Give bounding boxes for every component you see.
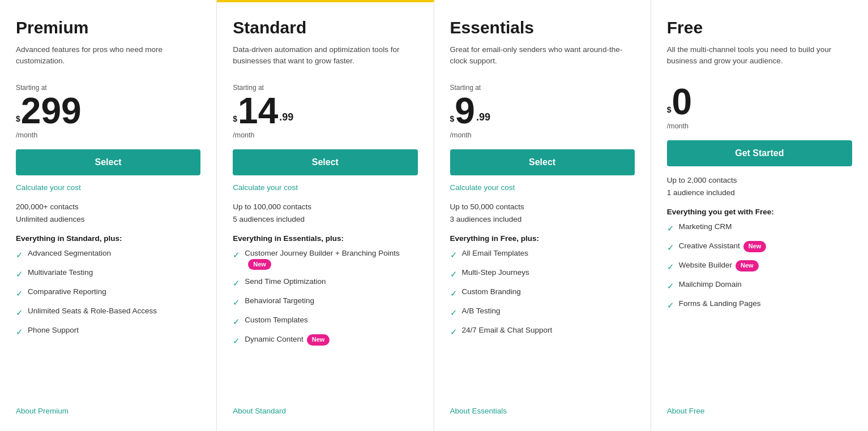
feature-item: ✓Creative AssistantNew [667, 241, 852, 253]
select-button-premium[interactable]: Select [16, 149, 200, 175]
feature-list-free: ✓Marketing CRM✓Creative AssistantNew✓Web… [667, 222, 852, 396]
new-badge: New [307, 334, 330, 345]
contacts-info-essentials: Up to 50,000 contacts3 audiences include… [450, 201, 635, 225]
feature-item: ✓Multi-Step Journeys [450, 268, 635, 280]
calc-link-essentials[interactable]: Calculate your cost [450, 183, 635, 192]
starting-at-essentials: Starting at [450, 84, 635, 92]
feature-item: ✓Mailchimp Domain [667, 279, 852, 292]
feature-text: All Email Templates [462, 248, 529, 259]
feature-item: ✓Advanced Segmentation [16, 248, 200, 261]
price-period-standard: /month [233, 131, 417, 139]
feature-item: ✓A/B Testing [450, 306, 635, 318]
feature-item: ✓Comparative Reporting [16, 287, 200, 299]
plan-name-essentials: Essentials [450, 18, 635, 37]
feature-item: ✓Custom Branding [450, 287, 635, 299]
price-row-premium: $299 [16, 93, 200, 129]
price-dollar-premium: $ [16, 114, 20, 123]
price-main-standard: 14 [238, 93, 278, 129]
feature-text: Unlimited Seats & Role-Based Access [28, 306, 157, 317]
price-dollar-essentials: $ [450, 114, 455, 123]
select-button-standard[interactable]: Select [233, 149, 417, 175]
select-button-free[interactable]: Get Started [667, 140, 852, 166]
feature-item: ✓Website BuilderNew [667, 260, 852, 273]
feature-item: ✓Customer Journey Builder + Branching Po… [233, 248, 417, 270]
calc-link-standard[interactable]: Calculate your cost [233, 183, 417, 192]
feature-text: A/B Testing [462, 306, 501, 317]
checkmark-icon: ✓ [450, 307, 457, 318]
about-link-essentials[interactable]: About Essentials [450, 407, 635, 415]
feature-text: Behavioral Targeting [245, 296, 314, 307]
feature-text: Marketing CRM [679, 222, 732, 232]
price-cents-essentials: .99 [476, 111, 490, 123]
feature-list-essentials: ✓All Email Templates✓Multi-Step Journeys… [450, 248, 635, 396]
feature-item: ✓Send Time Optimization [233, 277, 417, 289]
checkmark-icon: ✓ [667, 222, 674, 234]
feature-text: Custom Templates [245, 315, 308, 326]
plan-desc-standard: Data-driven automation and optimization … [233, 44, 417, 74]
about-link-standard[interactable]: About Standard [233, 407, 417, 415]
price-row-essentials: $9.99 [450, 93, 635, 129]
feature-text: Custom Branding [462, 287, 521, 298]
new-badge: New [743, 241, 767, 252]
checkmark-icon: ✓ [450, 287, 457, 299]
checkmark-icon: ✓ [667, 299, 674, 311]
checkmark-icon: ✓ [233, 335, 240, 347]
price-row-free: $0 [667, 84, 852, 120]
feature-item: ✓All Email Templates [450, 248, 635, 261]
feature-text: Customer Journey Builder + Branching Poi… [245, 248, 417, 270]
everything-label-premium: Everything in Standard, plus: [16, 234, 200, 243]
contacts-info-standard: Up to 100,000 contacts5 audiences includ… [233, 201, 417, 225]
checkmark-icon: ✓ [16, 268, 23, 280]
price-period-premium: /month [16, 131, 200, 139]
checkmark-icon: ✓ [16, 307, 23, 318]
price-period-essentials: /month [450, 131, 635, 139]
feature-item: ✓24/7 Email & Chat Support [450, 325, 635, 338]
checkmark-icon: ✓ [450, 268, 457, 280]
checkmark-icon: ✓ [667, 261, 674, 273]
select-button-essentials[interactable]: Select [450, 149, 635, 175]
checkmark-icon: ✓ [667, 280, 674, 292]
feature-item: ✓Forms & Landing Pages [667, 299, 852, 311]
checkmark-icon: ✓ [233, 296, 240, 308]
everything-label-essentials: Everything in Free, plus: [450, 234, 635, 243]
feature-text: Dynamic ContentNew [245, 334, 330, 345]
plan-desc-free: All the multi-channel tools you need to … [667, 44, 852, 74]
checkmark-icon: ✓ [667, 242, 674, 253]
feature-text: Mailchimp Domain [679, 279, 742, 290]
feature-item: ✓Dynamic ContentNew [233, 334, 417, 347]
price-main-essentials: 9 [455, 93, 475, 129]
everything-label-free: Everything you get with Free: [667, 208, 852, 216]
plan-desc-essentials: Great for email-only senders who want ar… [450, 44, 635, 74]
feature-item: ✓Custom Templates [233, 315, 417, 327]
new-badge: New [736, 260, 759, 271]
plan-name-free: Free [667, 18, 852, 37]
feature-item: ✓Marketing CRM [667, 222, 852, 234]
checkmark-icon: ✓ [16, 249, 23, 261]
price-main-free: 0 [672, 84, 692, 120]
price-cents-standard: .99 [279, 111, 293, 123]
feature-text: Multivariate Testing [28, 268, 93, 278]
feature-item: ✓Behavioral Targeting [233, 296, 417, 308]
checkmark-icon: ✓ [16, 287, 23, 299]
feature-item: ✓Phone Support [16, 325, 200, 338]
feature-text: Creative AssistantNew [679, 241, 767, 252]
feature-list-standard: ✓Customer Journey Builder + Branching Po… [233, 248, 417, 396]
about-link-premium[interactable]: About Premium [16, 407, 200, 415]
feature-text: Comparative Reporting [28, 287, 106, 298]
checkmark-icon: ✓ [16, 326, 23, 338]
checkmark-icon: ✓ [233, 316, 240, 327]
price-dollar-free: $ [667, 105, 672, 114]
feature-item: ✓Multivariate Testing [16, 268, 200, 280]
plan-card-premium: PremiumAdvanced features for pros who ne… [0, 0, 217, 431]
feature-text: Forms & Landing Pages [679, 299, 761, 309]
calc-link-premium[interactable]: Calculate your cost [16, 183, 200, 192]
about-link-free[interactable]: About Free [667, 407, 852, 415]
plan-name-standard: Standard [233, 18, 417, 37]
feature-text: Multi-Step Journeys [462, 268, 529, 278]
price-row-standard: $14.99 [233, 93, 417, 129]
new-badge: New [248, 259, 271, 270]
contacts-info-free: Up to 2,000 contacts1 audience included [667, 174, 852, 199]
price-dollar-standard: $ [233, 114, 237, 123]
feature-item: ✓Unlimited Seats & Role-Based Access [16, 306, 200, 318]
plan-name-premium: Premium [16, 18, 200, 37]
